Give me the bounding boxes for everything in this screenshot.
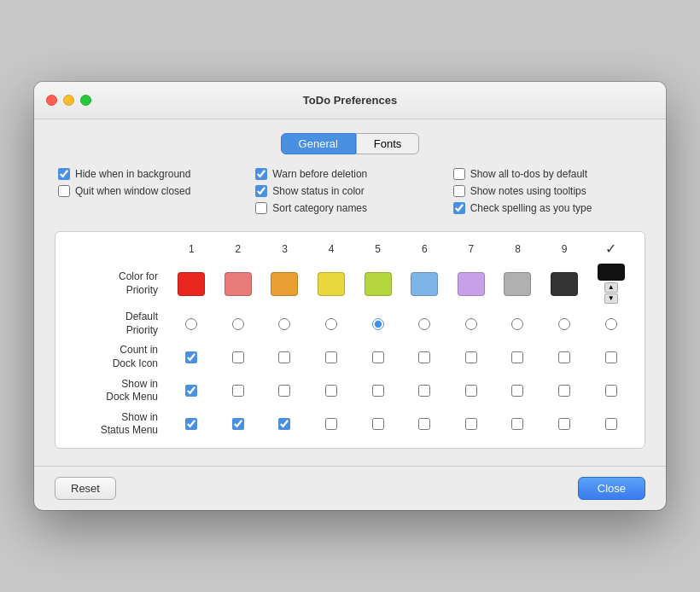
minimize-window-button[interactable] bbox=[63, 95, 74, 106]
count-dock-2[interactable] bbox=[215, 351, 262, 363]
show-dock-menu-label: Show inDock Menu bbox=[66, 378, 168, 404]
reset-button[interactable]: Reset bbox=[55, 477, 116, 500]
sort-cat-input[interactable] bbox=[255, 202, 267, 214]
checkbox-check-spelling: Check spelling as you type bbox=[453, 202, 642, 214]
close-button[interactable]: Close bbox=[578, 477, 645, 500]
check-spelling-label: Check spelling as you type bbox=[470, 202, 592, 214]
color-swatch-8[interactable] bbox=[494, 272, 541, 296]
maximize-window-button[interactable] bbox=[80, 95, 91, 106]
warn-delete-input[interactable] bbox=[255, 168, 267, 180]
show-dock-2[interactable] bbox=[215, 385, 262, 397]
color-swatch-4[interactable] bbox=[308, 272, 355, 296]
content-area: General Fonts Hide when in background Wa… bbox=[34, 119, 666, 466]
tab-bar: General Fonts bbox=[55, 133, 645, 154]
default-priority-9[interactable] bbox=[541, 318, 588, 330]
color-swatch-9[interactable] bbox=[541, 272, 588, 296]
count-dock-label: Count inDock Icon bbox=[66, 344, 168, 370]
checkbox-show-todos: Show all to-dos by default bbox=[453, 168, 642, 180]
default-priority-5[interactable] bbox=[354, 318, 401, 330]
spinner-up[interactable]: ▲ bbox=[604, 282, 618, 293]
count-dock-9[interactable] bbox=[541, 351, 588, 363]
show-status-1[interactable] bbox=[168, 418, 215, 430]
show-tooltips-input[interactable] bbox=[453, 185, 465, 197]
tab-general[interactable]: General bbox=[281, 133, 356, 154]
show-dock-8[interactable] bbox=[494, 385, 541, 397]
color-swatch-check-wrap: ▲ ▼ bbox=[587, 264, 634, 304]
checkbox-show-color: Show status in color bbox=[255, 185, 444, 197]
col-header-8: 8 bbox=[494, 243, 541, 255]
col-header-2: 2 bbox=[215, 243, 262, 255]
count-dock-1[interactable] bbox=[168, 351, 215, 363]
show-dock-7[interactable] bbox=[448, 385, 495, 397]
default-priority-8[interactable] bbox=[494, 318, 541, 330]
tab-fonts[interactable]: Fonts bbox=[356, 133, 420, 154]
col-header-check: ✓ bbox=[587, 241, 634, 257]
default-priority-6[interactable] bbox=[401, 318, 448, 330]
default-priority-check[interactable] bbox=[587, 318, 634, 330]
show-dock-6[interactable] bbox=[401, 385, 448, 397]
show-dock-3[interactable] bbox=[261, 385, 308, 397]
default-priority-7[interactable] bbox=[448, 318, 495, 330]
count-dock-8[interactable] bbox=[494, 351, 541, 363]
col-header-9: 9 bbox=[541, 243, 588, 255]
quit-closed-input[interactable] bbox=[58, 185, 70, 197]
show-dock-4[interactable] bbox=[308, 385, 355, 397]
count-dock-3[interactable] bbox=[261, 351, 308, 363]
checkbox-show-tooltips: Show notes using tooltips bbox=[453, 185, 642, 197]
show-dock-1[interactable] bbox=[168, 385, 215, 397]
show-todos-label: Show all to-dos by default bbox=[470, 168, 587, 180]
show-todos-input[interactable] bbox=[453, 168, 465, 180]
count-dock-5[interactable] bbox=[354, 351, 401, 363]
checkboxes-section: Hide when in background Warn before dele… bbox=[55, 168, 645, 214]
show-dock-9[interactable] bbox=[541, 385, 588, 397]
show-status-9[interactable] bbox=[541, 418, 588, 430]
preferences-window: ToDo Preferences General Fonts Hide when… bbox=[34, 82, 666, 510]
color-swatch-1[interactable] bbox=[168, 272, 215, 296]
close-window-button[interactable] bbox=[46, 95, 57, 106]
default-priority-2[interactable] bbox=[215, 318, 262, 330]
checkbox-sort-cat: Sort category names bbox=[255, 202, 444, 214]
check-spelling-input[interactable] bbox=[453, 202, 465, 214]
window-title: ToDo Preferences bbox=[303, 94, 397, 107]
color-swatch-check[interactable] bbox=[598, 264, 625, 281]
col-header-7: 7 bbox=[448, 243, 495, 255]
count-dock-4[interactable] bbox=[308, 351, 355, 363]
count-dock-check[interactable] bbox=[587, 351, 634, 363]
default-priority-4[interactable] bbox=[308, 318, 355, 330]
hide-bg-input[interactable] bbox=[58, 168, 70, 180]
show-status-5[interactable] bbox=[354, 418, 401, 430]
show-color-input[interactable] bbox=[255, 185, 267, 197]
default-priority-label: DefaultPriority bbox=[66, 311, 168, 337]
col-header-6: 6 bbox=[401, 243, 448, 255]
show-dock-check[interactable] bbox=[587, 385, 634, 397]
show-dock-5[interactable] bbox=[354, 385, 401, 397]
warn-delete-label: Warn before deletion bbox=[272, 168, 367, 180]
count-dock-6[interactable] bbox=[401, 351, 448, 363]
col-header-3: 3 bbox=[261, 243, 308, 255]
quit-closed-label: Quit when window closed bbox=[75, 185, 190, 197]
spinner-down[interactable]: ▼ bbox=[604, 293, 618, 304]
show-status-3[interactable] bbox=[261, 418, 308, 430]
titlebar: ToDo Preferences bbox=[34, 82, 666, 119]
checkbox-quit-closed: Quit when window closed bbox=[58, 185, 247, 197]
count-dock-7[interactable] bbox=[448, 351, 495, 363]
color-swatch-5[interactable] bbox=[354, 272, 401, 296]
color-swatch-7[interactable] bbox=[448, 272, 495, 296]
checkbox-warn-delete: Warn before deletion bbox=[255, 168, 444, 180]
color-swatch-6[interactable] bbox=[401, 272, 448, 296]
default-priority-3[interactable] bbox=[261, 318, 308, 330]
col-header-4: 4 bbox=[308, 243, 355, 255]
default-priority-1[interactable] bbox=[168, 318, 215, 330]
color-swatch-2[interactable] bbox=[215, 272, 262, 296]
show-status-8[interactable] bbox=[494, 418, 541, 430]
show-status-4[interactable] bbox=[308, 418, 355, 430]
sort-cat-label: Sort category names bbox=[272, 202, 367, 214]
show-status-7[interactable] bbox=[448, 418, 495, 430]
show-status-2[interactable] bbox=[215, 418, 262, 430]
show-status-6[interactable] bbox=[401, 418, 448, 430]
show-status-check[interactable] bbox=[587, 418, 634, 430]
priority-grid: 1 2 3 4 5 6 7 8 9 ✓ Color forPriority bbox=[66, 241, 634, 438]
color-swatch-3[interactable] bbox=[261, 272, 308, 296]
window-controls bbox=[46, 95, 91, 106]
checkbox-hide-bg: Hide when in background bbox=[58, 168, 247, 180]
